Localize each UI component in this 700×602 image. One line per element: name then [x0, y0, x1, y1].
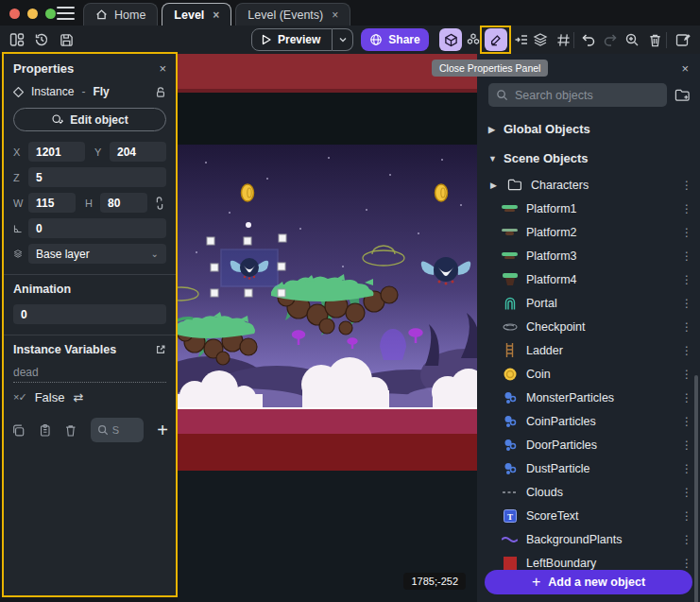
3d-view-icon[interactable] [439, 28, 462, 51]
redo-icon[interactable] [599, 28, 622, 51]
object-row-platform2[interactable]: Platform2⋮ [477, 220, 700, 244]
object-row-dustparticle[interactable]: DustParticle⋮ [477, 456, 700, 480]
portal-icon [502, 295, 518, 311]
maximize-window-icon[interactable] [45, 9, 56, 19]
object-menu-icon[interactable]: ⋮ [681, 415, 691, 428]
edit-scene-notes-icon[interactable] [672, 28, 694, 51]
home-icon [95, 9, 108, 21]
object-row-scoretext[interactable]: TScoreText⋮ [477, 504, 700, 527]
group-global-objects[interactable]: ▶ Global Objects [477, 114, 700, 144]
add-variable-button[interactable]: + [157, 420, 168, 441]
plus-icon: + [532, 574, 540, 591]
y-input[interactable]: 204 [110, 142, 166, 162]
object-menu-icon[interactable]: ⋮ [681, 249, 691, 263]
paste-icon[interactable] [39, 423, 52, 438]
squiggle-icon [502, 531, 518, 547]
object-row-platform4[interactable]: Platform4⋮ [477, 267, 700, 291]
add-new-object-button[interactable]: + Add a new object [485, 570, 692, 594]
object-menu-icon[interactable]: ⋮ [681, 509, 691, 523]
object-menu-icon[interactable]: ⋮ [681, 202, 691, 215]
angle-icon [13, 223, 23, 234]
object-row-platform1[interactable]: Platform1⋮ [477, 197, 700, 220]
save-icon[interactable] [55, 28, 77, 51]
object-row-monsterparticles[interactable]: MonsterParticles⋮ [477, 386, 700, 409]
toggle-boolean-icon[interactable]: ⇄ [73, 390, 83, 404]
object-row-coin[interactable]: Coin⋮ [477, 362, 700, 386]
h-input[interactable]: 80 [100, 193, 147, 213]
delete-variable-icon[interactable] [64, 423, 77, 438]
close-objects-icon[interactable]: × [681, 61, 689, 76]
copy-icon[interactable] [11, 423, 26, 438]
object-menu-icon[interactable]: ⋮ [681, 486, 691, 499]
animation-input[interactable]: 0 [13, 304, 166, 324]
close-tab-icon[interactable]: × [211, 9, 219, 22]
object-row-doorparticles[interactable]: DoorParticles⋮ [477, 433, 700, 456]
z-input[interactable]: 5 [28, 167, 166, 187]
preview-dropdown-button[interactable] [333, 28, 353, 51]
open-variables-editor-icon[interactable] [155, 344, 166, 355]
layer-icon [13, 248, 23, 260]
object-menu-icon[interactable]: ⋮ [681, 368, 691, 381]
variable-search-input[interactable]: S [91, 418, 145, 442]
object-menu-icon[interactable]: ⋮ [681, 297, 691, 310]
close-window-icon[interactable] [9, 9, 20, 19]
lock-aspect-ratio-icon[interactable] [153, 197, 166, 210]
particles-icon [502, 413, 518, 429]
x-input[interactable]: 1201 [28, 142, 85, 162]
w-input[interactable]: 115 [28, 193, 76, 213]
tab-level-events[interactable]: Level (Events) × [235, 3, 350, 26]
object-menu-icon[interactable]: ⋮ [681, 226, 691, 239]
object-menu-icon[interactable]: ⋮ [681, 344, 691, 357]
separator: - [81, 85, 85, 98]
object-row-backgroundplants[interactable]: BackgroundPlants⋮ [477, 527, 700, 551]
search-placeholder: Search objects [515, 89, 593, 102]
angle-input[interactable]: 0 [28, 218, 166, 238]
undo-icon[interactable] [577, 28, 600, 51]
add-object-label: Add a new object [548, 576, 645, 589]
panels-layout-icon[interactable] [6, 28, 28, 51]
object-row-ladder[interactable]: Ladder⋮ [477, 338, 700, 362]
search-objects-input[interactable]: Search objects [488, 83, 667, 107]
object-menu-icon[interactable]: ⋮ [681, 273, 691, 286]
object-row-coinparticles[interactable]: CoinParticles⋮ [477, 409, 700, 433]
edit-object-button[interactable]: Edit object [13, 108, 166, 131]
tab-home[interactable]: Home [83, 3, 158, 26]
menu-icon[interactable] [57, 7, 75, 20]
object-menu-icon[interactable]: ⋮ [681, 533, 691, 546]
layers-icon[interactable] [529, 28, 552, 51]
preview-button[interactable]: Preview [251, 28, 333, 51]
object-menu-icon[interactable]: ⋮ [681, 439, 691, 452]
object-row-clouds[interactable]: Clouds⋮ [477, 480, 700, 504]
zoom-in-icon[interactable] [621, 28, 643, 51]
object-menu-icon[interactable]: ⋮ [681, 320, 691, 334]
object-menu-icon[interactable]: ⋮ [681, 391, 691, 404]
variable-value[interactable]: False [35, 390, 65, 404]
share-button[interactable]: Share [361, 28, 429, 51]
tab-level[interactable]: Level × [162, 3, 231, 26]
layer-select[interactable]: Base layer ⌄ [28, 244, 166, 264]
object-row-characters[interactable]: ▶Characters⋮ [477, 173, 700, 197]
scene-editor-canvas[interactable]: 1785;-252 [178, 54, 477, 602]
close-properties-icon[interactable]: × [159, 61, 166, 76]
object-menu-icon[interactable]: ⋮ [681, 557, 691, 570]
object-row-platform3[interactable]: Platform3⋮ [477, 244, 700, 267]
group-scene-objects[interactable]: ▼ Scene Objects [477, 144, 700, 173]
object-label: ScoreText [526, 509, 673, 523]
grid-icon[interactable] [552, 28, 574, 51]
object-row-checkpoint[interactable]: Checkpoint⋮ [477, 315, 700, 338]
object-menu-icon[interactable]: ⋮ [681, 462, 691, 475]
delete-icon[interactable] [643, 28, 666, 51]
object-row-portal[interactable]: Portal⋮ [477, 291, 700, 315]
objects-scrollbar[interactable] [694, 375, 698, 602]
caret-right-icon: ▶ [490, 181, 498, 190]
object-label: Ladder [526, 344, 673, 357]
variable-row[interactable]: dead [4, 362, 176, 385]
add-folder-icon[interactable] [674, 88, 691, 103]
history-icon[interactable] [30, 28, 53, 51]
object-menu-icon[interactable]: ⋮ [681, 179, 691, 192]
unlock-icon[interactable] [155, 86, 166, 98]
object-label: LeftBoundary [526, 557, 673, 570]
close-tab-icon[interactable]: × [330, 9, 338, 22]
y-label: Y [94, 146, 104, 158]
minimize-window-icon[interactable] [27, 9, 38, 19]
